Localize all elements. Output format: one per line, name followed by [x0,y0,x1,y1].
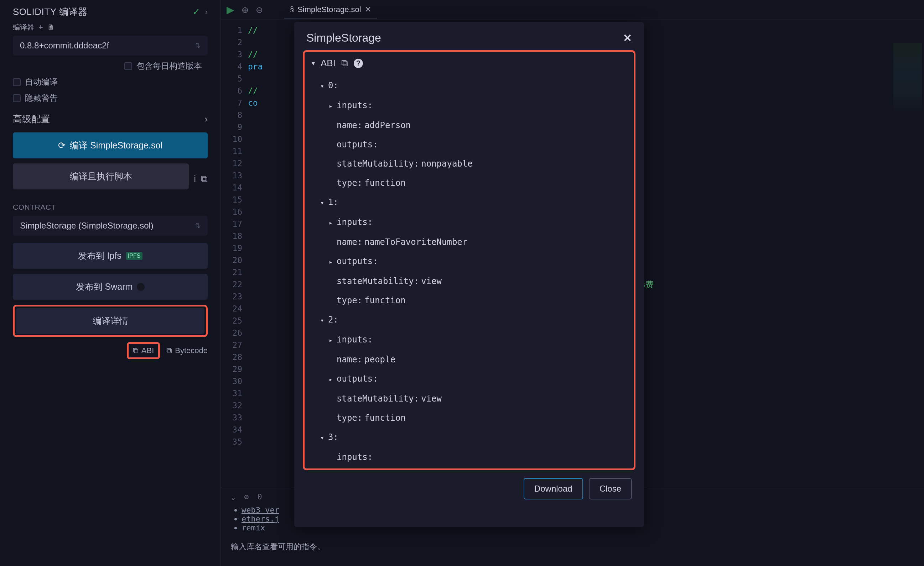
select-arrow-icon: ⇅ [195,222,201,230]
compile-button-label: 编译 SimpleStorage.sol [70,139,162,151]
compile-button[interactable]: ⟳ 编译 SimpleStorage.sol [13,132,208,159]
swarm-badge-icon [137,283,145,291]
abi-entry-prop[interactable]: inputs: [312,448,627,467]
abi-entry-header[interactable]: ▾0: [312,76,627,96]
play-icon[interactable]: ▶ [226,4,234,16]
copy-icon: ⧉ [166,346,172,355]
abi-entry-prop[interactable]: stateMutability:view [312,272,627,291]
abi-entry-prop[interactable]: ▸outputs: [312,369,627,389]
terminal-prompt: 输入库名查看可用的指令。 [231,541,914,552]
chevron-right-icon: › [204,114,208,124]
hide-warnings-row[interactable]: 隐藏警告 [13,93,208,103]
auto-compile-checkbox[interactable] [13,78,21,86]
modal-title: SimpleStorage [306,31,381,45]
sidebar: SOLIDITY 编译器 ✓ › 编译器 + 🗎 0.8.8+commit.dd… [0,0,221,566]
compiler-version-value: 0.8.8+commit.dddeac2f [20,40,109,51]
download-button[interactable]: Download [524,478,583,499]
abi-entry-prop[interactable]: type:function [312,291,627,310]
modal-body: ▾ ABI ⧉ ? ▾0:▸inputs:name:addPersonoutpu… [303,50,636,470]
hide-warnings-label: 隐藏警告 [25,93,58,103]
close-icon[interactable]: ✕ [365,5,371,14]
contract-select-value: SimpleStorage (SimpleStorage.sol) [20,221,153,231]
abi-link-label: ABI [141,346,154,355]
abi-entry-prop[interactable]: name:addPerson [312,116,627,135]
modal-header: SimpleStorage ✕ [294,22,644,50]
abi-entry-prop[interactable]: type:function [312,173,627,193]
collapse-icon[interactable]: ⌄ [231,492,236,501]
publish-ipfs-label: 发布到 Ipfs [78,250,122,262]
abi-entry-prop[interactable]: name:people [312,350,627,369]
chevron-right-icon[interactable]: › [205,7,208,17]
solidity-file-icon: § [290,5,294,13]
hide-warnings-checkbox[interactable] [13,94,21,102]
tab-simplestorage[interactable]: § SimpleStorage.sol ✕ [284,1,377,18]
copy-icon: ⧉ [133,346,139,355]
contract-label: CONTRACT [13,203,208,211]
publish-ipfs-button[interactable]: 发布到 Ipfs IPFS [13,243,208,269]
select-arrow-icon: ⇅ [195,42,201,49]
compiler-label: 编译器 [13,22,34,32]
abi-entry-prop[interactable]: ▸inputs: [312,330,627,350]
compile-details-button[interactable]: 编译详情 [16,308,204,334]
auto-compile-label: 自动编译 [25,76,58,88]
abi-entry-header[interactable]: ▾2: [312,310,627,330]
tab-label: SimpleStorage.sol [297,5,361,14]
line-gutter: 1234567891011121314151617181920212223242… [221,20,248,508]
help-icon[interactable]: ? [354,59,363,68]
advanced-settings-toggle[interactable]: 高级配置 › [13,113,208,125]
compile-details-label: 编译详情 [93,315,128,327]
minimap[interactable] [893,43,922,114]
plus-icon[interactable]: + [39,23,43,32]
bytecode-link[interactable]: ⧉ Bytecode [166,342,208,359]
zoom-out-icon[interactable]: ⊖ [256,5,263,15]
caret-down-icon[interactable]: ▾ [312,60,315,67]
abi-entry-prop[interactable]: name:nameToFavoriteNumber [312,232,627,252]
bytecode-link-label: Bytecode [175,346,208,355]
abi-entry-header[interactable]: ▾1: [312,193,627,213]
publish-swarm-label: 发布到 Swarm [76,281,133,293]
contract-select[interactable]: SimpleStorage (SimpleStorage.sol) ⇅ [13,216,208,236]
zoom-in-icon[interactable]: ⊕ [242,5,249,15]
abi-entry-prop[interactable]: type:function [312,408,627,428]
editor-toolbar: ▶ ⊕ ⊖ § SimpleStorage.sol ✕ [221,0,924,20]
abi-link[interactable]: ⧉ ABI [127,342,160,359]
abi-entry-prop[interactable]: ▸inputs: [312,96,627,116]
nightly-label: 包含每日构造版本 [136,60,202,72]
check-icon: ✓ [192,6,200,18]
abi-entry-prop[interactable]: ▸outputs: [312,252,627,272]
abi-entry-prop[interactable]: ▸inputs: [312,213,627,232]
header-icons: ✓ › [192,6,208,18]
abi-entry-prop[interactable]: stateMutability:nonpayable [312,154,627,173]
compile-run-button[interactable]: 编译且执行脚本 [13,163,189,189]
doc-icon[interactable]: 🗎 [47,23,54,31]
auto-compile-row[interactable]: 自动编译 [13,76,208,88]
nightly-checkbox[interactable] [124,62,132,70]
copy-icon[interactable]: ⧉ [341,58,348,69]
info-icon[interactable]: i [194,173,196,184]
close-label: Close [600,484,621,493]
close-button[interactable]: Close [589,478,632,499]
abi-entry-prop[interactable]: stateMutability:view [312,389,627,408]
compile-run-row: 编译且执行脚本 i ⧉ [13,163,208,195]
compiler-version-select[interactable]: 0.8.8+commit.dddeac2f ⇅ [13,36,208,55]
abi-entry-prop[interactable]: outputs: [312,135,627,154]
sidebar-title: SOLIDITY 编译器 [13,6,87,18]
details-highlight: 编译详情 [13,305,208,337]
compiler-label-row: 编译器 + 🗎 [13,22,208,32]
no-entry-icon[interactable]: ⊘ [244,492,249,501]
nightly-checkbox-row[interactable]: 包含每日构造版本 [13,60,208,72]
abi-label: ABI [321,58,336,69]
advanced-label: 高级配置 [13,113,50,125]
modal-footer: Download Close [294,470,644,507]
bottom-links: ⧉ ABI ⧉ Bytecode [13,342,208,359]
terminal-count: 0 [258,492,262,501]
abi-modal: SimpleStorage ✕ ▾ ABI ⧉ ? ▾0:▸inputs:nam… [294,22,644,527]
reload-icon: ⟳ [58,140,66,151]
close-icon[interactable]: ✕ [623,32,632,44]
compile-run-label: 编译且执行脚本 [70,171,132,182]
abi-tree[interactable]: ▾0:▸inputs:name:addPersonoutputs:stateMu… [312,76,627,467]
abi-entry-header[interactable]: ▾3: [312,428,627,448]
copy-icon[interactable]: ⧉ [201,173,208,184]
publish-swarm-button[interactable]: 发布到 Swarm [13,274,208,300]
download-label: Download [534,484,572,493]
